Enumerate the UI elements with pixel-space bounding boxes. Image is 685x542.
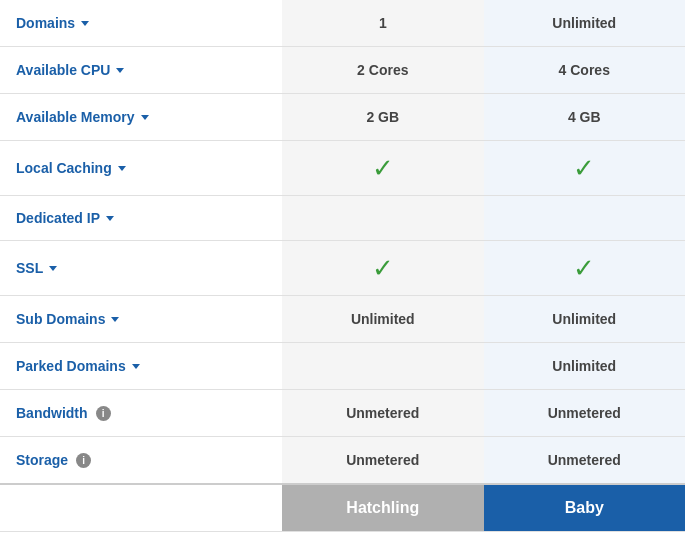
footer-row: HatchlingBaby [0, 484, 685, 532]
baby-cell-2: 4 GB [484, 94, 685, 141]
feature-label-2[interactable]: Available Memory [16, 109, 266, 125]
hatchling-cell-0: 1 [282, 0, 483, 47]
baby-cell-1: 4 Cores [484, 47, 685, 94]
hatchling-value-6: Unlimited [351, 311, 415, 327]
feature-label-5[interactable]: SSL [16, 260, 266, 276]
feature-label-4[interactable]: Dedicated IP [16, 210, 266, 226]
baby-footer[interactable]: Baby [484, 484, 685, 532]
chevron-icon-4 [106, 216, 114, 221]
check-icon-hatchling-3: ✓ [298, 155, 467, 181]
hatchling-value-2: 2 GB [366, 109, 399, 125]
check-icon-baby-3: ✓ [500, 155, 669, 181]
hatchling-cell-7 [282, 343, 483, 390]
feature-label-3[interactable]: Local Caching [16, 160, 266, 176]
chevron-icon-2 [141, 115, 149, 120]
check-icon-hatchling-5: ✓ [298, 255, 467, 281]
feature-cell-9: Storagei [0, 437, 282, 485]
info-icon-8[interactable]: i [96, 406, 111, 421]
hatchling-value-8: Unmetered [346, 405, 419, 421]
info-icon-9[interactable]: i [76, 453, 91, 468]
feature-text-3: Local Caching [16, 160, 112, 176]
baby-value-0: Unlimited [552, 15, 616, 31]
feature-label-8[interactable]: Bandwidthi [16, 405, 266, 421]
hatchling-value-0: 1 [379, 15, 387, 31]
hatchling-cell-5: ✓ [282, 241, 483, 296]
baby-cell-6: Unlimited [484, 296, 685, 343]
chevron-icon-6 [111, 317, 119, 322]
hatchling-cell-9: Unmetered [282, 437, 483, 485]
hatchling-cell-2: 2 GB [282, 94, 483, 141]
feature-label-9[interactable]: Storagei [16, 452, 266, 468]
chevron-icon-3 [118, 166, 126, 171]
feature-cell-0: Domains [0, 0, 282, 47]
hatchling-cell-3: ✓ [282, 141, 483, 196]
feature-text-6: Sub Domains [16, 311, 105, 327]
feature-text-7: Parked Domains [16, 358, 126, 374]
hatchling-value-9: Unmetered [346, 452, 419, 468]
feature-label-0[interactable]: Domains [16, 15, 266, 31]
feature-cell-5: SSL [0, 241, 282, 296]
feature-label-7[interactable]: Parked Domains [16, 358, 266, 374]
hatchling-cell-6: Unlimited [282, 296, 483, 343]
baby-value-8: Unmetered [548, 405, 621, 421]
baby-cell-3: ✓ [484, 141, 685, 196]
feature-cell-8: Bandwidthi [0, 390, 282, 437]
hatchling-cell-8: Unmetered [282, 390, 483, 437]
hatchling-plan-label: Hatchling [282, 485, 483, 531]
baby-value-7: Unlimited [552, 358, 616, 374]
baby-cell-9: Unmetered [484, 437, 685, 485]
feature-text-2: Available Memory [16, 109, 135, 125]
feature-cell-2: Available Memory [0, 94, 282, 141]
baby-cell-4 [484, 196, 685, 241]
feature-text-4: Dedicated IP [16, 210, 100, 226]
baby-value-9: Unmetered [548, 452, 621, 468]
hatchling-cell-4 [282, 196, 483, 241]
hatchling-footer[interactable]: Hatchling [282, 484, 483, 532]
chevron-icon-7 [132, 364, 140, 369]
chevron-icon-1 [116, 68, 124, 73]
feature-cell-3: Local Caching [0, 141, 282, 196]
baby-plan-label: Baby [484, 485, 685, 531]
feature-text-8: Bandwidth [16, 405, 88, 421]
baby-cell-0: Unlimited [484, 0, 685, 47]
comparison-table: Domains1UnlimitedAvailable CPU2 Cores4 C… [0, 0, 685, 532]
baby-cell-5: ✓ [484, 241, 685, 296]
baby-value-1: 4 Cores [559, 62, 610, 78]
feature-cell-4: Dedicated IP [0, 196, 282, 241]
feature-label-1[interactable]: Available CPU [16, 62, 266, 78]
chevron-icon-5 [49, 266, 57, 271]
feature-label-6[interactable]: Sub Domains [16, 311, 266, 327]
baby-cell-7: Unlimited [484, 343, 685, 390]
hatchling-value-1: 2 Cores [357, 62, 408, 78]
feature-text-1: Available CPU [16, 62, 110, 78]
feature-text-9: Storage [16, 452, 68, 468]
feature-cell-7: Parked Domains [0, 343, 282, 390]
feature-cell-1: Available CPU [0, 47, 282, 94]
baby-value-6: Unlimited [552, 311, 616, 327]
baby-value-2: 4 GB [568, 109, 601, 125]
feature-cell-6: Sub Domains [0, 296, 282, 343]
feature-text-0: Domains [16, 15, 75, 31]
footer-empty [0, 484, 282, 532]
baby-cell-8: Unmetered [484, 390, 685, 437]
feature-text-5: SSL [16, 260, 43, 276]
chevron-icon-0 [81, 21, 89, 26]
hatchling-cell-1: 2 Cores [282, 47, 483, 94]
check-icon-baby-5: ✓ [500, 255, 669, 281]
